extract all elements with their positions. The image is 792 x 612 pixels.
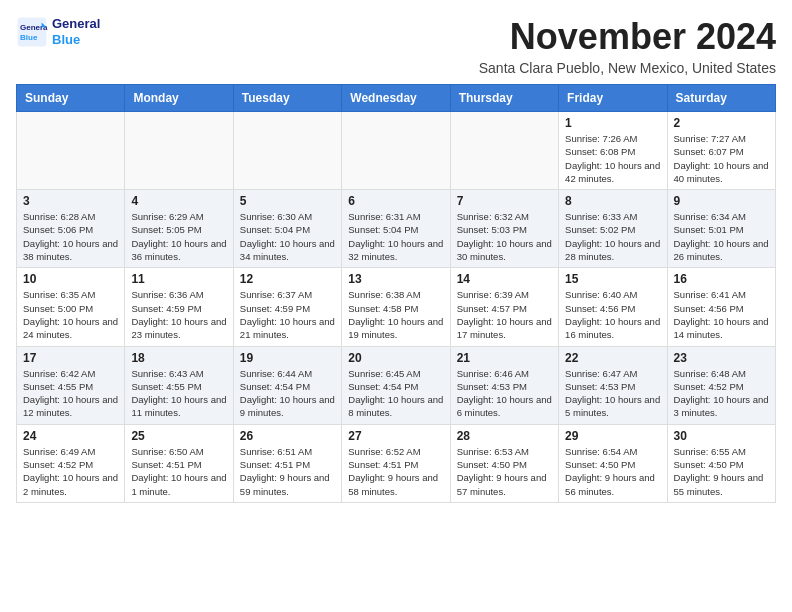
calendar-cell: 16Sunrise: 6:41 AM Sunset: 4:56 PM Dayli… (667, 268, 775, 346)
svg-text:Blue: Blue (20, 33, 38, 42)
calendar-week-row: 24Sunrise: 6:49 AM Sunset: 4:52 PM Dayli… (17, 424, 776, 502)
calendar-cell: 29Sunrise: 6:54 AM Sunset: 4:50 PM Dayli… (559, 424, 667, 502)
day-info: Sunrise: 6:38 AM Sunset: 4:58 PM Dayligh… (348, 288, 443, 341)
calendar-cell: 6Sunrise: 6:31 AM Sunset: 5:04 PM Daylig… (342, 190, 450, 268)
day-number: 19 (240, 351, 335, 365)
calendar-cell: 30Sunrise: 6:55 AM Sunset: 4:50 PM Dayli… (667, 424, 775, 502)
calendar-cell: 18Sunrise: 6:43 AM Sunset: 4:55 PM Dayli… (125, 346, 233, 424)
day-info: Sunrise: 6:44 AM Sunset: 4:54 PM Dayligh… (240, 367, 335, 420)
month-title: November 2024 (479, 16, 776, 58)
weekday-header-row: SundayMondayTuesdayWednesdayThursdayFrid… (17, 85, 776, 112)
day-number: 26 (240, 429, 335, 443)
day-number: 6 (348, 194, 443, 208)
day-number: 5 (240, 194, 335, 208)
calendar-cell: 1Sunrise: 7:26 AM Sunset: 6:08 PM Daylig… (559, 112, 667, 190)
day-info: Sunrise: 6:30 AM Sunset: 5:04 PM Dayligh… (240, 210, 335, 263)
calendar-cell: 7Sunrise: 6:32 AM Sunset: 5:03 PM Daylig… (450, 190, 558, 268)
day-number: 8 (565, 194, 660, 208)
day-info: Sunrise: 7:27 AM Sunset: 6:07 PM Dayligh… (674, 132, 769, 185)
calendar-cell: 15Sunrise: 6:40 AM Sunset: 4:56 PM Dayli… (559, 268, 667, 346)
day-info: Sunrise: 6:33 AM Sunset: 5:02 PM Dayligh… (565, 210, 660, 263)
day-info: Sunrise: 6:32 AM Sunset: 5:03 PM Dayligh… (457, 210, 552, 263)
day-info: Sunrise: 6:47 AM Sunset: 4:53 PM Dayligh… (565, 367, 660, 420)
calendar-header: SundayMondayTuesdayWednesdayThursdayFrid… (17, 85, 776, 112)
day-info: Sunrise: 6:48 AM Sunset: 4:52 PM Dayligh… (674, 367, 769, 420)
calendar-cell: 20Sunrise: 6:45 AM Sunset: 4:54 PM Dayli… (342, 346, 450, 424)
day-info: Sunrise: 6:42 AM Sunset: 4:55 PM Dayligh… (23, 367, 118, 420)
weekday-header: Saturday (667, 85, 775, 112)
day-info: Sunrise: 6:54 AM Sunset: 4:50 PM Dayligh… (565, 445, 660, 498)
day-info: Sunrise: 6:31 AM Sunset: 5:04 PM Dayligh… (348, 210, 443, 263)
day-info: Sunrise: 6:39 AM Sunset: 4:57 PM Dayligh… (457, 288, 552, 341)
day-info: Sunrise: 6:41 AM Sunset: 4:56 PM Dayligh… (674, 288, 769, 341)
calendar-table: SundayMondayTuesdayWednesdayThursdayFrid… (16, 84, 776, 503)
title-area: November 2024 Santa Clara Pueblo, New Me… (479, 16, 776, 76)
calendar-cell: 27Sunrise: 6:52 AM Sunset: 4:51 PM Dayli… (342, 424, 450, 502)
calendar-cell: 24Sunrise: 6:49 AM Sunset: 4:52 PM Dayli… (17, 424, 125, 502)
day-number: 28 (457, 429, 552, 443)
day-number: 9 (674, 194, 769, 208)
day-info: Sunrise: 7:26 AM Sunset: 6:08 PM Dayligh… (565, 132, 660, 185)
logo: General Blue General Blue (16, 16, 100, 48)
calendar-cell: 3Sunrise: 6:28 AM Sunset: 5:06 PM Daylig… (17, 190, 125, 268)
day-info: Sunrise: 6:28 AM Sunset: 5:06 PM Dayligh… (23, 210, 118, 263)
day-number: 3 (23, 194, 118, 208)
calendar-cell: 22Sunrise: 6:47 AM Sunset: 4:53 PM Dayli… (559, 346, 667, 424)
calendar-cell: 23Sunrise: 6:48 AM Sunset: 4:52 PM Dayli… (667, 346, 775, 424)
logo-blue: Blue (52, 32, 100, 48)
calendar-cell: 19Sunrise: 6:44 AM Sunset: 4:54 PM Dayli… (233, 346, 341, 424)
day-number: 10 (23, 272, 118, 286)
day-number: 4 (131, 194, 226, 208)
day-number: 22 (565, 351, 660, 365)
calendar-cell: 26Sunrise: 6:51 AM Sunset: 4:51 PM Dayli… (233, 424, 341, 502)
day-number: 23 (674, 351, 769, 365)
day-info: Sunrise: 6:53 AM Sunset: 4:50 PM Dayligh… (457, 445, 552, 498)
day-number: 25 (131, 429, 226, 443)
day-number: 17 (23, 351, 118, 365)
calendar-cell: 11Sunrise: 6:36 AM Sunset: 4:59 PM Dayli… (125, 268, 233, 346)
calendar-cell: 25Sunrise: 6:50 AM Sunset: 4:51 PM Dayli… (125, 424, 233, 502)
calendar-cell: 10Sunrise: 6:35 AM Sunset: 5:00 PM Dayli… (17, 268, 125, 346)
calendar-cell: 17Sunrise: 6:42 AM Sunset: 4:55 PM Dayli… (17, 346, 125, 424)
day-number: 30 (674, 429, 769, 443)
day-number: 13 (348, 272, 443, 286)
day-info: Sunrise: 6:36 AM Sunset: 4:59 PM Dayligh… (131, 288, 226, 341)
day-info: Sunrise: 6:45 AM Sunset: 4:54 PM Dayligh… (348, 367, 443, 420)
day-number: 1 (565, 116, 660, 130)
day-number: 14 (457, 272, 552, 286)
calendar-week-row: 3Sunrise: 6:28 AM Sunset: 5:06 PM Daylig… (17, 190, 776, 268)
day-info: Sunrise: 6:29 AM Sunset: 5:05 PM Dayligh… (131, 210, 226, 263)
day-number: 16 (674, 272, 769, 286)
weekday-header: Wednesday (342, 85, 450, 112)
day-number: 7 (457, 194, 552, 208)
day-info: Sunrise: 6:50 AM Sunset: 4:51 PM Dayligh… (131, 445, 226, 498)
weekday-header: Thursday (450, 85, 558, 112)
calendar-cell: 21Sunrise: 6:46 AM Sunset: 4:53 PM Dayli… (450, 346, 558, 424)
calendar-body: 1Sunrise: 7:26 AM Sunset: 6:08 PM Daylig… (17, 112, 776, 503)
day-number: 11 (131, 272, 226, 286)
weekday-header: Sunday (17, 85, 125, 112)
calendar-cell: 5Sunrise: 6:30 AM Sunset: 5:04 PM Daylig… (233, 190, 341, 268)
calendar-cell (450, 112, 558, 190)
logo-icon: General Blue (16, 16, 48, 48)
logo-general: General (52, 16, 100, 32)
day-info: Sunrise: 6:35 AM Sunset: 5:00 PM Dayligh… (23, 288, 118, 341)
day-number: 2 (674, 116, 769, 130)
day-info: Sunrise: 6:43 AM Sunset: 4:55 PM Dayligh… (131, 367, 226, 420)
weekday-header: Monday (125, 85, 233, 112)
calendar-week-row: 10Sunrise: 6:35 AM Sunset: 5:00 PM Dayli… (17, 268, 776, 346)
calendar-cell: 28Sunrise: 6:53 AM Sunset: 4:50 PM Dayli… (450, 424, 558, 502)
day-number: 15 (565, 272, 660, 286)
calendar-cell (125, 112, 233, 190)
location-title: Santa Clara Pueblo, New Mexico, United S… (479, 60, 776, 76)
page-header: General Blue General Blue November 2024 … (16, 16, 776, 76)
day-number: 12 (240, 272, 335, 286)
weekday-header: Friday (559, 85, 667, 112)
day-info: Sunrise: 6:52 AM Sunset: 4:51 PM Dayligh… (348, 445, 443, 498)
calendar-week-row: 1Sunrise: 7:26 AM Sunset: 6:08 PM Daylig… (17, 112, 776, 190)
calendar-cell (233, 112, 341, 190)
day-number: 18 (131, 351, 226, 365)
day-info: Sunrise: 6:51 AM Sunset: 4:51 PM Dayligh… (240, 445, 335, 498)
day-info: Sunrise: 6:37 AM Sunset: 4:59 PM Dayligh… (240, 288, 335, 341)
day-number: 27 (348, 429, 443, 443)
